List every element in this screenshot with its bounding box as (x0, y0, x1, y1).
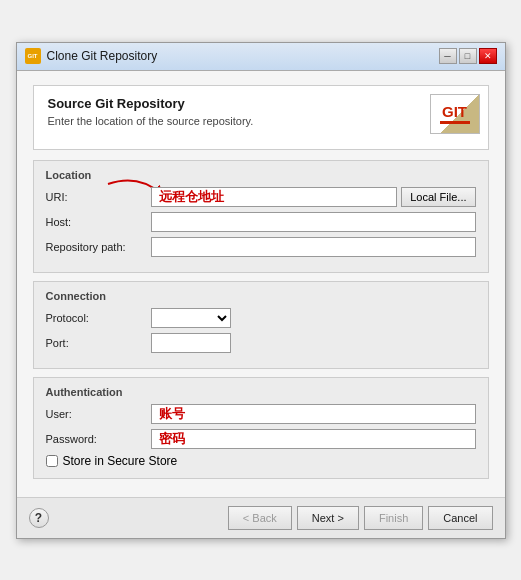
local-file-button[interactable]: Local File... (401, 187, 475, 207)
uri-annotation-area: 远程仓地址 Local File... (151, 187, 476, 207)
authentication-group-label: Authentication (46, 386, 476, 398)
protocol-row: Protocol: http https git ssh (46, 308, 476, 328)
back-button[interactable]: < Back (228, 506, 292, 530)
store-checkbox-row: Store in Secure Store (46, 454, 476, 468)
title-buttons: ─ □ ✕ (439, 48, 497, 64)
uri-row: URI: 远程仓地址 Local File... (46, 187, 476, 207)
repository-path-label: Repository path: (46, 241, 151, 253)
port-input[interactable] (151, 333, 231, 353)
clone-git-dialog: GIT Clone Git Repository ─ □ ✕ Source Gi… (16, 42, 506, 539)
dialog-title: Source Git Repository (48, 96, 474, 111)
store-checkbox[interactable] (46, 455, 58, 467)
password-input[interactable] (151, 429, 476, 449)
password-label: Password: (46, 433, 151, 445)
repository-path-input[interactable] (151, 237, 476, 257)
protocol-label: Protocol: (46, 312, 151, 324)
authentication-group: Authentication User: 账号 Password: 密码 (33, 377, 489, 479)
title-bar: GIT Clone Git Repository ─ □ ✕ (17, 43, 505, 71)
location-group-label: Location (46, 169, 476, 181)
repository-path-row: Repository path: (46, 237, 476, 257)
host-label: Host: (46, 216, 151, 228)
git-logo-text: GIT (442, 104, 467, 119)
user-input[interactable] (151, 404, 476, 424)
connection-group-label: Connection (46, 290, 476, 302)
password-row: Password: 密码 (46, 429, 476, 449)
next-button[interactable]: Next > (297, 506, 359, 530)
cancel-button[interactable]: Cancel (428, 506, 492, 530)
minimize-button[interactable]: ─ (439, 48, 457, 64)
header-section: Source Git Repository Enter the location… (33, 85, 489, 150)
port-row: Port: (46, 333, 476, 353)
finish-button[interactable]: Finish (364, 506, 423, 530)
maximize-button[interactable]: □ (459, 48, 477, 64)
close-button[interactable]: ✕ (479, 48, 497, 64)
user-label: User: (46, 408, 151, 420)
window-icon: GIT (25, 48, 41, 64)
store-label: Store in Secure Store (63, 454, 178, 468)
location-group: Location URI: 远程仓地址 (33, 160, 489, 273)
title-bar-left: GIT Clone Git Repository (25, 48, 158, 64)
uri-input[interactable] (151, 187, 398, 207)
bottom-right: < Back Next > Finish Cancel (228, 506, 493, 530)
uri-label: URI: (46, 191, 151, 203)
dialog-content: Source Git Repository Enter the location… (17, 71, 505, 497)
window-title: Clone Git Repository (47, 49, 158, 63)
dialog-description: Enter the location of the source reposit… (48, 115, 474, 127)
git-logo: GIT (430, 94, 480, 134)
connection-group: Connection Protocol: http https git ssh … (33, 281, 489, 369)
protocol-select[interactable]: http https git ssh (151, 308, 231, 328)
bottom-left: ? (29, 508, 49, 528)
help-button[interactable]: ? (29, 508, 49, 528)
port-label: Port: (46, 337, 151, 349)
host-row: Host: (46, 212, 476, 232)
user-row: User: 账号 (46, 404, 476, 424)
host-input[interactable] (151, 212, 476, 232)
git-logo-underline (440, 121, 470, 124)
bottom-bar: ? < Back Next > Finish Cancel (17, 497, 505, 538)
